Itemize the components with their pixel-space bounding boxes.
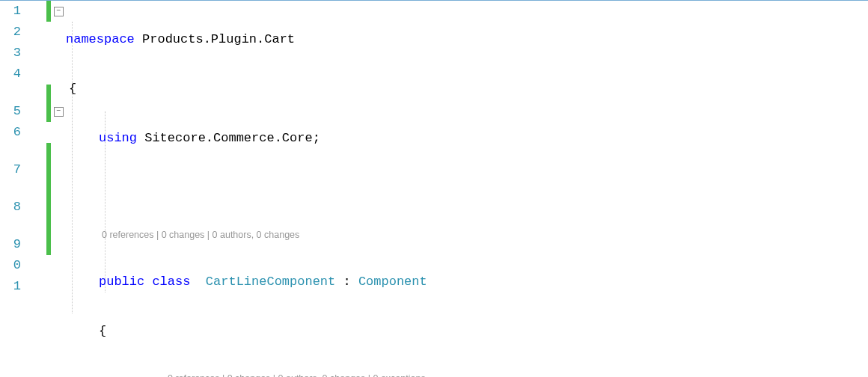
code-editor[interactable]: 1 2 3 4 5 6 7 8 9 0 1 − <box>0 0 868 377</box>
line-number: 4 <box>0 64 21 85</box>
line-number: 1 <box>0 1 21 22</box>
code-line[interactable]: public class CartLineComponent : Compone… <box>66 272 868 292</box>
code-line[interactable]: namespace Products.Plugin.Cart <box>66 29 868 50</box>
line-number: 2 <box>0 22 21 43</box>
line-number-gutter: 1 2 3 4 5 6 7 8 9 0 1 <box>0 1 25 377</box>
line-number: 3 <box>0 43 21 64</box>
line-number: 5 <box>0 101 21 122</box>
fold-toggle-icon[interactable]: − <box>54 107 64 117</box>
code-area[interactable]: namespace Products.Plugin.Cart { using S… <box>66 1 868 377</box>
line-number: 1 <box>0 276 21 297</box>
line-number: 9 <box>0 234 21 255</box>
code-line[interactable]: { <box>66 321 868 342</box>
codelens[interactable]: 0 references | 0 changes | 0 authors, 0 … <box>66 227 868 243</box>
line-number: 7 <box>0 159 21 180</box>
line-number: 6 <box>0 122 21 143</box>
line-number: 8 <box>0 197 21 218</box>
code-line[interactable]: using Sitecore.Commerce.Core; <box>66 128 868 149</box>
code-line[interactable] <box>66 177 868 198</box>
codelens[interactable]: 0 references | 0 changes | 0 authors, 0 … <box>66 370 868 377</box>
fold-toggle-icon[interactable]: − <box>54 7 64 16</box>
outlining-margin: − − <box>51 1 66 377</box>
code-line[interactable]: { <box>66 79 868 99</box>
line-number: 0 <box>0 255 21 276</box>
